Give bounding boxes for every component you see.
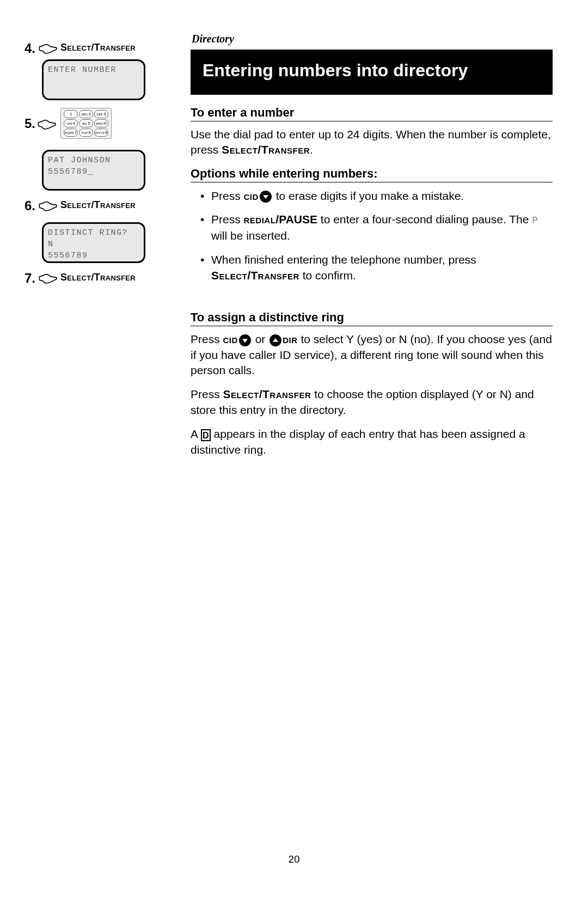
key-8: TUV8 — [79, 129, 93, 137]
pause-key: /PAUSE — [275, 213, 317, 225]
step-5: 5. 1 ABC2 DEF3 GHI4 JKL5 MNO6 PQRS7 TUV8… — [24, 108, 177, 139]
step-number: 5. — [24, 116, 35, 131]
option-erase: Press cid to erase digits if you make a … — [200, 188, 553, 204]
lcd-line-1: DISTINCT RING? N — [48, 227, 139, 250]
lcd-line-2: 5556789 — [48, 250, 139, 261]
right-column: Directory Entering numbers into director… — [191, 33, 553, 466]
down-arrow-icon — [239, 334, 251, 346]
d-indicator-icon: D — [201, 429, 211, 441]
select-transfer-key: Select/Transfer — [223, 388, 311, 400]
ring-body-2: Press Select/Transfer to choose the opti… — [191, 387, 553, 418]
heading-distinctive-ring: To assign a distinctive ring — [191, 310, 553, 326]
select-transfer-key: Select/Transfer — [222, 143, 310, 156]
cid-key: cid — [223, 333, 238, 345]
option-pause: Press redial/PAUSE to enter a four-secon… — [200, 211, 553, 244]
key-1: 1 — [64, 110, 78, 118]
step-label: Select/Transfer — [60, 272, 136, 283]
page-number: 20 — [0, 853, 588, 865]
step-7: 7. Select/Transfer — [24, 271, 177, 286]
key-5: JKL5 — [79, 119, 93, 127]
key-7: PQRS7 — [64, 129, 78, 137]
dir-key: dir — [283, 333, 297, 345]
step-number: 6. — [24, 198, 35, 213]
ring-body-1: Press cid or dir to select Y (yes) or N … — [191, 332, 553, 378]
step-label: Select/Transfer — [60, 42, 136, 53]
lcd-line-2: 5556789_ — [48, 166, 139, 178]
page-title: Entering numbers into directory — [191, 50, 553, 95]
select-transfer-key: Select/Transfer — [211, 269, 299, 282]
key-4: GHI4 — [64, 119, 78, 127]
pointing-hand-icon — [38, 118, 56, 131]
step-6: 6. Select/Transfer — [24, 198, 177, 213]
step-label: Select/Transfer — [60, 199, 136, 211]
lcd-line-1: PAT JOHNSON — [48, 155, 139, 166]
pause-glyph: P — [532, 215, 538, 226]
lcd-screen-distinct-ring: DISTINCT RING? N 5556789 — [42, 222, 145, 263]
left-column: 4. Select/Transfer ENTER NUMBER 5. 1 ABC… — [24, 33, 177, 466]
key-6: MNO6 — [94, 119, 108, 127]
cid-key: cid — [244, 190, 259, 202]
down-arrow-icon — [260, 191, 272, 203]
pointing-hand-icon — [39, 199, 57, 212]
lcd-screen-enter-number: ENTER NUMBER — [42, 59, 145, 100]
lcd-line-1: ENTER NUMBER — [48, 64, 139, 76]
redial-key: redial — [244, 213, 276, 225]
breadcrumb: Directory — [191, 33, 553, 45]
step-4: 4. Select/Transfer — [24, 41, 177, 56]
dial-keypad: 1 ABC2 DEF3 GHI4 JKL5 MNO6 PQRS7 TUV8 WX… — [60, 108, 112, 139]
step-number: 7. — [24, 271, 35, 286]
step-number: 4. — [24, 41, 35, 56]
lcd-screen-pat-johnson: PAT JOHNSON 5556789_ — [42, 150, 145, 191]
up-arrow-icon — [270, 334, 281, 346]
enter-number-body: Use the dial pad to enter up to 24 digit… — [191, 127, 553, 158]
pointing-hand-icon — [39, 272, 57, 285]
heading-to-enter-number: To enter a number — [191, 106, 553, 121]
key-9: WXYZ9 — [94, 129, 108, 137]
heading-options: Options while entering numbers: — [191, 167, 553, 182]
option-confirm: When finished entering the telephone num… — [200, 252, 553, 284]
key-2: ABC2 — [79, 110, 93, 118]
pointing-hand-icon — [39, 42, 57, 55]
key-3: DEF3 — [94, 110, 108, 118]
options-list: Press cid to erase digits if you make a … — [191, 188, 553, 284]
ring-body-3: A D appears in the display of each entry… — [191, 426, 553, 457]
